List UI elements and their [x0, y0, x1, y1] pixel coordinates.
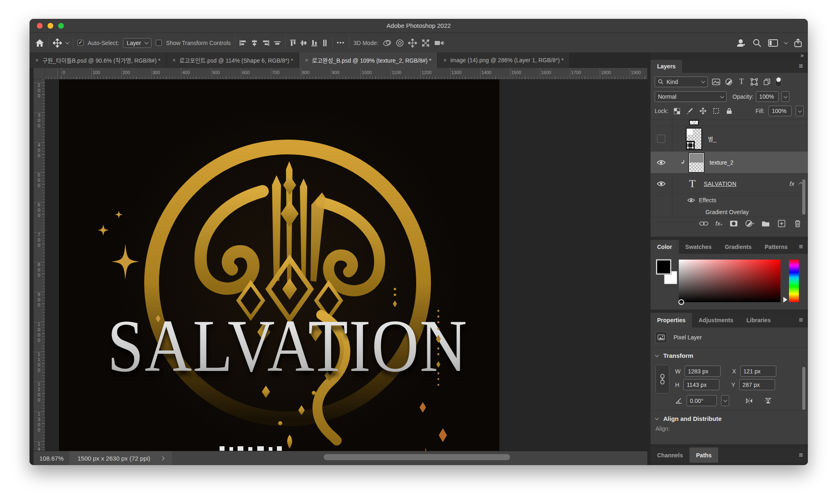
- link-layers-icon[interactable]: [699, 219, 708, 228]
- x-field[interactable]: 121 px: [740, 366, 776, 377]
- tab-adjustments[interactable]: Adjustments: [692, 313, 740, 328]
- close-icon[interactable]: ×: [443, 57, 447, 63]
- filter-pixel-layers-icon[interactable]: [712, 77, 721, 86]
- color-picker-cursor[interactable]: [678, 299, 684, 305]
- layer-row-salvation[interactable]: T SALVATION fx: [651, 174, 808, 194]
- new-layer-icon[interactable]: [777, 219, 786, 228]
- panel-menu-icon[interactable]: ≡: [799, 316, 803, 324]
- tab-swatches[interactable]: Swatches: [679, 240, 719, 254]
- saturation-brightness-picker[interactable]: [679, 260, 780, 302]
- panel-menu-icon[interactable]: ≡: [799, 243, 803, 251]
- layer-row-texture2[interactable]: texture_2: [651, 151, 808, 174]
- eye-icon[interactable]: [657, 181, 666, 187]
- workspace-icon[interactable]: [768, 39, 778, 47]
- tab-paths[interactable]: Paths: [689, 447, 718, 463]
- filter-type-layers-icon[interactable]: T: [737, 77, 746, 86]
- auto-select-target-dropdown[interactable]: Layer: [123, 38, 152, 48]
- align-section-header[interactable]: Align and Distribute: [651, 411, 808, 425]
- document-tab-4[interactable]: ×image (14).png @ 286% (Layer 1, RGB/8*)…: [438, 52, 570, 68]
- home-icon[interactable]: [35, 39, 44, 47]
- layer-row-effects[interactable]: Effects: [651, 194, 808, 206]
- tab-properties[interactable]: Properties: [651, 313, 692, 328]
- search-icon[interactable]: [753, 38, 762, 47]
- zoom-level-field[interactable]: 108.67%: [34, 455, 69, 462]
- close-icon[interactable]: ×: [35, 57, 39, 63]
- layer-style-fx-icon[interactable]: fx: [715, 220, 722, 227]
- hue-slider[interactable]: [789, 260, 799, 302]
- tab-gradients[interactable]: Gradients: [718, 240, 758, 254]
- tab-channels[interactable]: Channels: [651, 447, 689, 463]
- roll-3d-icon[interactable]: [396, 39, 404, 47]
- link-dimensions-button[interactable]: [655, 365, 669, 393]
- workspace-chevron-icon[interactable]: [784, 40, 788, 44]
- align-left-icon[interactable]: [239, 40, 247, 46]
- align-bottom-icon[interactable]: [311, 39, 317, 47]
- visibility-checkbox-empty[interactable]: [657, 135, 665, 143]
- new-group-folder-icon[interactable]: [761, 219, 770, 228]
- auto-select-checkbox[interactable]: [77, 40, 84, 46]
- tab-color[interactable]: Color: [651, 240, 679, 254]
- tab-layers[interactable]: Layers: [651, 60, 682, 73]
- blend-mode-dropdown[interactable]: Normal: [655, 91, 727, 102]
- eye-icon[interactable]: [687, 198, 695, 203]
- eye-icon[interactable]: [657, 160, 666, 165]
- close-icon[interactable]: ×: [305, 57, 308, 63]
- tool-preset-chevron-icon[interactable]: [66, 40, 70, 44]
- camera-3d-icon[interactable]: [434, 39, 444, 47]
- fill-chevron[interactable]: [796, 106, 804, 116]
- share-icon[interactable]: [794, 38, 802, 47]
- document-tab-3[interactable]: ×로고완성_B.psd @ 109% (texture_2, RGB/8#) *: [299, 52, 438, 68]
- lock-pixels-icon[interactable]: [685, 106, 694, 115]
- slide-3d-icon[interactable]: [421, 38, 430, 47]
- layer-thumbnail[interactable]: [689, 153, 704, 172]
- transform-section-header[interactable]: Transform: [651, 348, 808, 362]
- angle-chevron[interactable]: [721, 395, 729, 406]
- orbit-3d-icon[interactable]: [383, 39, 392, 47]
- layers-scrollbar[interactable]: [802, 179, 805, 215]
- status-chevron-icon[interactable]: [160, 456, 164, 460]
- layer-row-star[interactable]: 별_: [651, 126, 808, 151]
- properties-scrollbar[interactable]: [802, 367, 805, 410]
- delete-layer-icon[interactable]: [793, 219, 802, 228]
- more-options-icon[interactable]: •••: [337, 40, 345, 46]
- lock-all-icon[interactable]: [725, 106, 734, 115]
- layer-filter-dropdown[interactable]: Kind: [655, 77, 708, 87]
- add-layer-mask-icon[interactable]: [729, 219, 738, 228]
- filter-adjustment-layers-icon[interactable]: [724, 77, 733, 86]
- y-field[interactable]: 287 px: [739, 379, 775, 390]
- flip-horizontal-icon[interactable]: [745, 396, 754, 405]
- show-transform-checkbox[interactable]: [156, 40, 162, 46]
- horizontal-scrollbar[interactable]: [324, 454, 510, 460]
- add-user-icon[interactable]: [736, 38, 746, 47]
- filter-smart-objects-icon[interactable]: [762, 77, 771, 86]
- lock-artboard-icon[interactable]: [712, 106, 721, 115]
- align-middle-icon[interactable]: [300, 39, 307, 47]
- distribute-v-icon[interactable]: [322, 39, 328, 47]
- rotation-angle-field[interactable]: 0.00°: [687, 395, 717, 406]
- document-tab-2[interactable]: ×로고포인트.psd @ 114% (Shape 6, RGB/8*) *: [167, 52, 299, 68]
- filter-shape-layers-icon[interactable]: [750, 77, 759, 86]
- tab-libraries[interactable]: Libraries: [740, 313, 777, 328]
- lock-position-icon[interactable]: [698, 106, 707, 115]
- align-right-icon[interactable]: [262, 40, 270, 46]
- lock-transparency-icon[interactable]: [672, 106, 681, 115]
- distribute-h-icon[interactable]: [274, 40, 281, 46]
- close-icon[interactable]: ×: [172, 57, 176, 63]
- panel-menu-icon[interactable]: ≡: [799, 451, 803, 459]
- document-tab-1[interactable]: ×구원_타이틀B.psd @ 90.6% (작가명, RGB/8#) *: [29, 52, 167, 68]
- tab-patterns[interactable]: Patterns: [758, 240, 794, 254]
- panel-menu-icon[interactable]: ≡: [799, 62, 803, 70]
- opacity-chevron[interactable]: [781, 91, 789, 102]
- hue-slider-marker[interactable]: [783, 297, 787, 303]
- ruler-top[interactable]: 0100200300400500600700800900100011001200…: [45, 68, 647, 79]
- width-field[interactable]: 1283 px: [685, 366, 721, 377]
- foreground-color-swatch[interactable]: [656, 260, 671, 274]
- align-top-icon[interactable]: [290, 39, 296, 47]
- adjustment-layer-icon[interactable]: [745, 219, 754, 228]
- layer-row-partial[interactable]: [651, 120, 808, 126]
- move-tool-icon[interactable]: [53, 38, 62, 47]
- fx-icon[interactable]: fx: [789, 180, 794, 187]
- opacity-field[interactable]: 100%: [756, 91, 779, 102]
- collapse-panels-icon[interactable]: »: [800, 52, 804, 59]
- height-field[interactable]: 1143 px: [683, 379, 719, 390]
